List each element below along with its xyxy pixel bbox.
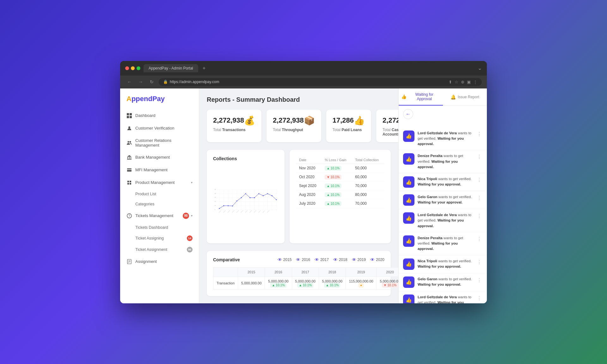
sidebar-product-management-header[interactable]: Product Management ▾: [120, 176, 199, 189]
badge: ▲ 10.1%: [325, 166, 341, 171]
reader-icon[interactable]: ▣: [467, 80, 471, 84]
maximize-dot[interactable]: [137, 66, 140, 70]
svg-text:20: 20: [215, 197, 216, 198]
approval-waiting: Waiting for you approval.: [418, 136, 464, 146]
badge: ▲ 10.1%: [325, 201, 341, 206]
bell-icon: 🔔: [451, 94, 456, 100]
svg-point-58: [254, 197, 255, 198]
refresh-button[interactable]: ↻: [148, 79, 156, 85]
approval-more-button[interactable]: ⋮: [476, 235, 482, 243]
sidebar-item-assignment[interactable]: Assignment: [120, 255, 199, 268]
browser-topbar: AppendPay - Admin Portal + ⌄: [120, 61, 487, 76]
col-date-cell: Sept 2020: [296, 181, 322, 190]
star-icon[interactable]: ☆: [455, 80, 458, 84]
approval-more-button[interactable]: ⋮: [476, 176, 482, 184]
year-filter-2018[interactable]: 👁 2018: [333, 257, 347, 262]
back-button[interactable]: ←: [125, 79, 133, 85]
svg-text:2020-11: 2020-11: [262, 210, 266, 213]
tickets-chevron-icon: ▾: [191, 214, 193, 217]
comp-cell-2020: 5,000,000.00 ▼ 10.1%: [377, 276, 398, 289]
sidebar-item-ticket-assigning[interactable]: Ticket Assigning 14: [120, 233, 199, 244]
approval-avatar: 👍: [403, 130, 414, 142]
svg-text:?: ?: [128, 214, 130, 218]
share-icon[interactable]: ⬆: [449, 80, 452, 84]
svg-rect-2: [127, 116, 129, 118]
comp-col-label: [213, 267, 238, 276]
ticket-assignment-label: Ticket Assignment: [135, 247, 167, 252]
collections-table-card: Date % Loss / Gain Total Collection Nov …: [290, 150, 391, 243]
approval-avatar: 👍: [403, 235, 414, 247]
approval-waiting: Waiting for you approval.: [418, 160, 458, 169]
sidebar-mfi-label: MFI Management: [135, 167, 168, 172]
sidebar-item-ticket-assignment[interactable]: Ticket Assignment 96: [120, 244, 199, 255]
approval-text: Denize Peralta wants to get verified. Wa…: [418, 153, 473, 170]
approval-avatar: 👍: [403, 276, 414, 288]
add-tab-button[interactable]: +: [203, 65, 205, 71]
collections-table-row: Oct 2020 ▼ 10.1% 60,000: [296, 173, 384, 181]
extensions-icon[interactable]: ⊕: [461, 80, 464, 84]
approval-more-button[interactable]: ⋮: [476, 194, 482, 202]
svg-rect-14: [127, 181, 129, 182]
sidebar-dashboard-label: Dashboard: [135, 113, 156, 118]
approval-item: 👍 Nica Tripoli wants to get verified. Wa…: [399, 173, 487, 191]
svg-text:25: 25: [215, 193, 216, 194]
approval-more-button[interactable]: ⋮: [476, 258, 482, 266]
approval-item: 👍 Lord Geltzdale de Vera wants to get ve…: [399, 127, 487, 150]
collections-title: Collections: [213, 156, 278, 161]
svg-point-55: [241, 197, 242, 198]
forward-button[interactable]: →: [137, 79, 145, 85]
menu-icon[interactable]: ⋮: [473, 80, 477, 84]
eye-2019-icon: 👁: [352, 257, 356, 262]
year-filter-2020[interactable]: 👁 2020: [370, 257, 384, 262]
svg-rect-17: [130, 183, 131, 185]
sidebar-item-categories[interactable]: Categories: [120, 199, 199, 209]
stat-card-transactions: 2,272,938 💰 Total Transactions: [207, 110, 261, 142]
approval-waiting: Waiting for you approval.: [418, 264, 461, 268]
approval-name: Lord Geltzdale de Vera: [418, 213, 457, 217]
tab-waiting-approval[interactable]: 👍 Waiting for Approval: [399, 88, 443, 106]
year-filter-2019[interactable]: 👁 2019: [352, 257, 366, 262]
approval-item: 👍 Denize Peralta wants to get verified. …: [399, 232, 487, 255]
approval-list: 👍 Lord Geltzdale de Vera wants to get ve…: [399, 125, 487, 303]
col-date-cell: Oct 2020: [296, 173, 322, 181]
svg-point-5: [128, 141, 129, 143]
svg-rect-11: [127, 159, 132, 160]
col-badge-cell: ▲ 10.1%: [322, 181, 352, 190]
sidebar-item-crm[interactable]: Customer Relations Management: [120, 135, 199, 151]
tab-issue-report[interactable]: 🔔 Issue Report: [443, 88, 487, 106]
approval-item: 👍 Gelo Garon wants to get verified. Wait…: [399, 273, 487, 291]
svg-marker-7: [127, 155, 132, 157]
comp-cell-2017: 5,000,000.00 ▲ 10.1%: [292, 276, 319, 289]
address-bar[interactable]: 🔒 https://admin.appendpay.com ⬆ ☆ ⊕ ▣ ⋮: [159, 78, 482, 86]
col-badge-cell: ▲ 10.1%: [322, 164, 352, 173]
product-icon: [126, 180, 132, 185]
year-filter-2017[interactable]: 👁 2017: [315, 257, 329, 262]
approval-more-button[interactable]: ⋮: [476, 130, 482, 138]
approval-item: 👍 Lord Geltzdale de Vera wants to get ve…: [399, 209, 487, 232]
sidebar-item-bank-management[interactable]: Bank Management: [120, 151, 199, 164]
approval-more-button[interactable]: ⋮: [476, 153, 482, 161]
collections-table: Date % Loss / Gain Total Collection Nov …: [296, 156, 384, 208]
sidebar-item-product-list[interactable]: Product List: [120, 189, 199, 199]
minimize-dot[interactable]: [131, 66, 135, 70]
approval-avatar: 👍: [403, 176, 414, 188]
sidebar-item-dashboard[interactable]: Dashboard: [120, 109, 199, 122]
browser-tab[interactable]: AppendPay - Admin Portal: [144, 64, 198, 72]
year-filter-2016[interactable]: 👁 2016: [296, 257, 310, 262]
approval-more-button[interactable]: ⋮: [476, 212, 482, 220]
close-dot[interactable]: [125, 66, 129, 70]
approval-text: Lord Geltzdale de Vera wants to get veri…: [418, 212, 473, 229]
year-filter-2015[interactable]: 👁 2015: [278, 257, 292, 262]
approval-more-button[interactable]: ⋮: [476, 294, 482, 302]
sidebar-item-tickets-dashboard[interactable]: Tickets Dashboard: [120, 222, 199, 233]
bank-icon: [126, 155, 132, 160]
tab-title: AppendPay - Admin Portal: [149, 66, 193, 70]
svg-rect-0: [127, 113, 129, 115]
sidebar-tickets-management-header[interactable]: ? Tickets Management 98 ▾: [120, 209, 199, 222]
approval-more-button[interactable]: ⋮: [476, 276, 482, 284]
comp-col-2020: 2020: [377, 267, 398, 276]
sidebar-item-mfi-management[interactable]: MFI Management: [120, 164, 199, 176]
panel-back-button[interactable]: ←: [403, 109, 413, 119]
sidebar-item-customer-verification[interactable]: Customer Verification: [120, 122, 199, 135]
svg-text:2020-05: 2020-05: [236, 210, 239, 213]
